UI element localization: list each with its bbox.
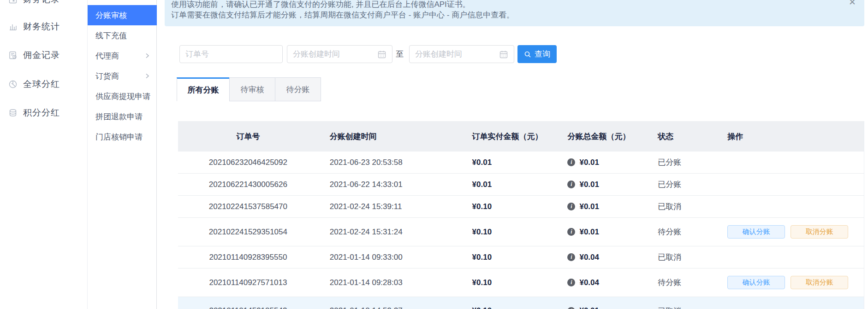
chevron-right-icon (144, 73, 150, 79)
cell-created-at: 2021-01-10 14:59:27 (318, 297, 461, 309)
info-icon[interactable]: i (567, 203, 575, 210)
sidebar-item-label: 全球分红 (23, 78, 60, 90)
share-total-value: ¥0.01 (579, 180, 599, 189)
cell-order-no: 202101101459105542 (178, 297, 318, 309)
tab-pending-audit[interactable]: 待审核 (229, 77, 275, 101)
cell-actions (717, 152, 864, 173)
cell-share-total: i ¥0.01 (558, 174, 648, 195)
points-dividend-icon (8, 108, 18, 118)
date-range-to-label: 至 (396, 45, 404, 63)
submenu-item-label: 供应商提现申请 (95, 91, 150, 102)
tab-pending-split[interactable]: 待分账 (275, 77, 321, 101)
close-icon[interactable]: ✕ (849, 0, 856, 6)
submenu-item-supplier-withdraw[interactable]: 供应商提现申请 (88, 86, 157, 106)
submenu-item-offline-recharge[interactable]: 线下充值 (88, 25, 157, 46)
cell-order-no: 202106221430005626 (178, 174, 318, 195)
wechat-split-notice: 使用该功能前，请确认已开通了微信支付的分账功能, 并且已在后台上传微信API证书… (165, 0, 864, 26)
submenu-item-group-refund[interactable]: 拼团退款申请 (88, 106, 157, 127)
cell-created-at: 2021-01-14 09:33:00 (318, 246, 461, 268)
cancel-split-button[interactable]: 取消分账 (791, 276, 848, 289)
cell-paid-amount: ¥0.01 (461, 174, 558, 195)
cancel-split-button[interactable]: 取消分账 (791, 225, 848, 239)
cell-status: 已分账 (648, 174, 717, 195)
cell-actions (717, 246, 864, 268)
submenu-item-label: 线下充值 (95, 30, 127, 41)
tab-label: 待审核 (241, 84, 264, 95)
notice-line-2: 订单需要在微信支付结算后才能分账，结算周期在微信支付商户平台 - 账户中心 - … (171, 10, 846, 20)
search-button-label: 查询 (535, 49, 550, 59)
table-row: 202106232046425092 2021-06-23 20:53:58 ¥… (178, 152, 864, 174)
share-total-value: ¥0.04 (579, 278, 599, 287)
submenu-item-split-audit[interactable]: 分账审核 (88, 5, 157, 25)
cell-paid-amount: ¥0.10 (461, 196, 558, 217)
cell-paid-amount: ¥0.10 (461, 268, 558, 297)
cell-share-total: i ¥0.01 (558, 297, 648, 309)
notice-line-1: 使用该功能前，请确认已开通了微信支付的分账功能, 并且已在后台上传微信API证书… (171, 0, 846, 10)
cell-paid-amount: ¥0.10 (461, 246, 558, 268)
sidebar-item-label: 财务统计 (23, 21, 60, 33)
submenu-item-wholesaler[interactable]: 订货商 (88, 66, 157, 86)
cell-created-at: 2021-02-24 15:39:11 (318, 196, 461, 217)
cell-status: 已取消 (648, 246, 717, 268)
cell-order-no: 202101140927571013 (178, 268, 318, 297)
cell-actions (717, 196, 864, 217)
calendar-icon[interactable] (499, 50, 508, 59)
global-dividend-icon (8, 79, 18, 89)
cell-status: 已分账 (648, 152, 717, 173)
cell-paid-amount: ¥0.10 (461, 218, 558, 246)
submenu-item-store-verify[interactable]: 门店核销申请 (88, 127, 157, 147)
cell-status: 已取消 (648, 196, 717, 217)
order-no-input[interactable] (179, 45, 283, 63)
table-row: 202101101459105542 2021-01-10 14:59:27 ¥… (178, 297, 864, 309)
col-share-total: 分账总金额（元） (558, 121, 648, 152)
split-end-date-input[interactable] (409, 45, 514, 63)
cell-paid-amount: ¥0.10 (461, 297, 558, 309)
cell-status: 待分账 (648, 268, 717, 297)
finance-record-icon (8, 0, 18, 5)
calendar-icon[interactable] (377, 50, 386, 59)
sidebar-item-finance-stats[interactable]: 财务统计 (0, 21, 88, 33)
filter-bar: 至 查询 (0, 45, 868, 63)
sidebar-item-label: 财务记录 (23, 0, 60, 6)
cell-actions: 确认分账 取消分账 (717, 218, 864, 246)
cell-status: 待分账 (648, 218, 717, 246)
search-icon (524, 51, 531, 58)
tab-label: 所有分账 (188, 85, 219, 95)
table-row: 202106221430005626 2021-06-22 14:33:01 ¥… (178, 174, 864, 196)
tab-all-splits[interactable]: 所有分账 (177, 77, 230, 101)
info-icon[interactable]: i (567, 307, 575, 309)
sidebar-item-finance-record[interactable]: 财务记录 (0, 0, 88, 6)
cell-share-total: i ¥0.04 (558, 246, 648, 268)
cell-actions: 确认分账 取消分账 (717, 268, 864, 297)
info-icon[interactable]: i (567, 228, 575, 236)
cell-share-total: i ¥0.01 (558, 152, 648, 173)
sidebar-item-label: 积分分红 (23, 107, 60, 119)
cell-created-at: 2021-02-24 15:31:24 (318, 218, 461, 246)
sidebar-item-global-dividend[interactable]: 全球分红 (0, 78, 88, 90)
col-actions: 操作 (717, 121, 864, 152)
share-total-value: ¥0.04 (579, 253, 599, 262)
confirm-split-button[interactable]: 确认分账 (727, 225, 785, 239)
cell-order-no: 202101140928395550 (178, 246, 318, 268)
split-tabs: 所有分账 待审核 待分账 (177, 77, 321, 101)
split-start-date-input[interactable] (287, 45, 392, 63)
cell-created-at: 2021-01-14 09:28:03 (318, 268, 461, 297)
search-button[interactable]: 查询 (517, 45, 557, 63)
share-total-value: ¥0.01 (579, 158, 599, 167)
share-total-value: ¥0.01 (579, 227, 599, 237)
tab-label: 待分账 (286, 84, 310, 95)
info-icon[interactable]: i (567, 253, 575, 261)
cell-order-no: 202102241529351054 (178, 218, 318, 246)
submenu-item-label: 拼团退款申请 (95, 111, 143, 122)
cell-paid-amount: ¥0.01 (461, 152, 558, 173)
info-icon[interactable]: i (567, 158, 575, 166)
cell-created-at: 2021-06-22 14:33:01 (318, 174, 461, 195)
cell-share-total: i ¥0.01 (558, 196, 648, 217)
info-icon[interactable]: i (567, 279, 575, 286)
sidebar-item-points-dividend[interactable]: 积分分红 (0, 107, 88, 119)
submenu-item-label: 订货商 (95, 71, 119, 82)
confirm-split-button[interactable]: 确认分账 (727, 276, 785, 289)
submenu-item-label: 分账审核 (95, 10, 127, 21)
table-header-row: 订单号 分账创建时间 订单实付金额（元） 分账总金额（元） 状态 操作 (178, 121, 864, 152)
info-icon[interactable]: i (567, 181, 575, 188)
